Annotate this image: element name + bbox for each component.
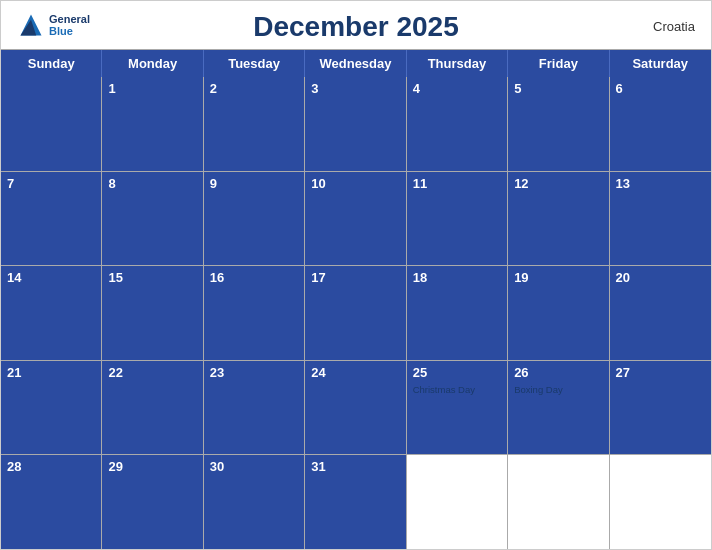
header-saturday: Saturday <box>610 50 711 77</box>
day-cell-empty <box>610 455 711 549</box>
day-cell: 8 <box>102 172 203 266</box>
week-row-4: 21 22 23 24 25 Christmas Day 26 Boxing D… <box>1 361 711 456</box>
day-cell: 19 <box>508 266 609 360</box>
week-row-3: 14 15 16 17 18 19 20 <box>1 266 711 361</box>
day-cell <box>1 77 102 171</box>
day-cell: 18 <box>407 266 508 360</box>
day-cell: 5 <box>508 77 609 171</box>
logo-icon <box>17 11 45 39</box>
day-cell: 3 <box>305 77 406 171</box>
header-friday: Friday <box>508 50 609 77</box>
day-cell: 2 <box>204 77 305 171</box>
day-cell: 12 <box>508 172 609 266</box>
country-label: Croatia <box>653 19 695 34</box>
day-cell-empty <box>508 455 609 549</box>
day-cell: 6 <box>610 77 711 171</box>
calendar-weeks: 1 2 3 4 5 6 7 8 9 10 11 12 13 14 15 16 <box>1 77 711 549</box>
month-title: December 2025 <box>253 11 458 43</box>
logo-general-text: General <box>49 13 90 25</box>
week-row-5: 28 29 30 31 <box>1 455 711 549</box>
calendar-grid: Sunday Monday Tuesday Wednesday Thursday… <box>1 49 711 549</box>
header-wednesday: Wednesday <box>305 50 406 77</box>
day-cell: 4 <box>407 77 508 171</box>
day-cell: 13 <box>610 172 711 266</box>
logo: General Blue <box>17 11 90 39</box>
day-cell: 30 <box>204 455 305 549</box>
calendar-header: General Blue December 2025 Croatia <box>1 1 711 49</box>
header-thursday: Thursday <box>407 50 508 77</box>
day-headers-row: Sunday Monday Tuesday Wednesday Thursday… <box>1 50 711 77</box>
day-cell: 20 <box>610 266 711 360</box>
header-tuesday: Tuesday <box>204 50 305 77</box>
day-cell: 22 <box>102 361 203 455</box>
day-cell-empty <box>407 455 508 549</box>
day-cell: 23 <box>204 361 305 455</box>
calendar: General Blue December 2025 Croatia Sunda… <box>0 0 712 550</box>
day-cell-christmas: 25 Christmas Day <box>407 361 508 455</box>
header-monday: Monday <box>102 50 203 77</box>
header-sunday: Sunday <box>1 50 102 77</box>
day-cell: 15 <box>102 266 203 360</box>
week-row-2: 7 8 9 10 11 12 13 <box>1 172 711 267</box>
boxing-day-label: Boxing Day <box>514 384 602 395</box>
day-cell: 7 <box>1 172 102 266</box>
day-cell: 1 <box>102 77 203 171</box>
day-cell: 24 <box>305 361 406 455</box>
day-cell: 10 <box>305 172 406 266</box>
day-cell: 27 <box>610 361 711 455</box>
day-cell: 31 <box>305 455 406 549</box>
day-cell: 11 <box>407 172 508 266</box>
day-cell: 16 <box>204 266 305 360</box>
day-cell: 9 <box>204 172 305 266</box>
day-cell: 14 <box>1 266 102 360</box>
day-cell: 17 <box>305 266 406 360</box>
christmas-day-label: Christmas Day <box>413 384 501 395</box>
week-row-1: 1 2 3 4 5 6 <box>1 77 711 172</box>
day-cell: 29 <box>102 455 203 549</box>
logo-text: General Blue <box>49 13 90 37</box>
logo-blue-text: Blue <box>49 25 90 37</box>
day-cell: 21 <box>1 361 102 455</box>
day-cell-boxing: 26 Boxing Day <box>508 361 609 455</box>
day-cell: 28 <box>1 455 102 549</box>
